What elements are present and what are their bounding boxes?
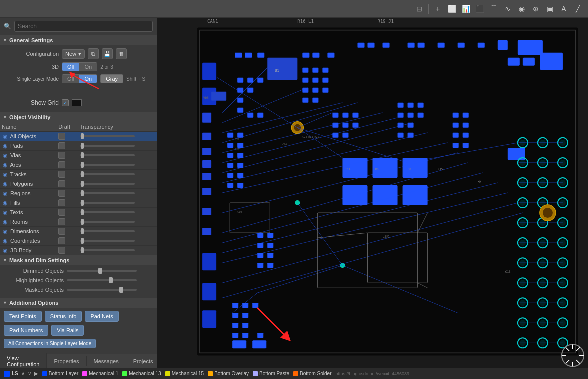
pad-icon[interactable]: ◉ xyxy=(516,3,528,15)
svg-rect-52 xyxy=(312,78,318,83)
draft-checkbox-11[interactable] xyxy=(58,238,66,244)
draft-checkbox-2[interactable] xyxy=(58,152,66,159)
transparency-slider-5[interactable] xyxy=(80,180,135,188)
pad-nets-btn[interactable]: Pad Nets xyxy=(85,311,118,322)
eye-icon[interactable]: ◉ xyxy=(2,180,9,188)
tab-view-configuration[interactable]: View Configuration xyxy=(0,354,47,368)
transparency-slider-12[interactable] xyxy=(80,247,135,254)
eye-icon[interactable]: ◉ xyxy=(2,238,9,244)
all-connections-btn[interactable]: All Connections in Single Layer Mode xyxy=(4,339,96,348)
eye-icon[interactable]: ◉ xyxy=(2,190,9,197)
eye-icon[interactable]: ◉ xyxy=(2,162,9,168)
dimmed-slider[interactable] xyxy=(67,268,137,274)
eye-icon[interactable]: ◉ xyxy=(2,142,9,150)
pcb-tool-icon[interactable]: ⬛ xyxy=(474,3,486,15)
via-icon[interactable]: ⊕ xyxy=(530,3,542,15)
object-visibility-header[interactable]: ▼ Object Visibility xyxy=(0,112,157,122)
draft-checkbox-5[interactable] xyxy=(58,180,66,188)
transparency-slider-7[interactable] xyxy=(80,200,135,206)
grid-color-swatch[interactable] xyxy=(72,100,82,106)
transparency-slider-1[interactable] xyxy=(80,142,135,150)
masked-objects-row: Masked Objects xyxy=(4,286,153,294)
filter-icon[interactable]: ⊟ xyxy=(414,3,426,15)
text-icon[interactable]: A xyxy=(558,3,570,15)
line-icon[interactable]: ╱ xyxy=(572,3,584,15)
additional-options-header[interactable]: ▼ Additional Options xyxy=(0,298,157,308)
draft-checkbox-1[interactable] xyxy=(58,142,66,150)
transparency-slider-8[interactable] xyxy=(80,209,135,216)
svg-rect-126 xyxy=(463,143,469,148)
layer-next-btn[interactable]: ∨ xyxy=(27,371,32,376)
eye-icon[interactable]: ◉ xyxy=(2,133,9,140)
config-copy-btn[interactable]: ⧉ xyxy=(88,48,99,60)
transparency-slider-6[interactable] xyxy=(80,190,135,197)
status-info-btn[interactable]: Status Info xyxy=(45,311,82,322)
area-icon[interactable]: ▣ xyxy=(544,3,556,15)
svg-rect-11 xyxy=(202,160,212,168)
search-input[interactable] xyxy=(14,21,153,32)
svg-rect-85 xyxy=(398,113,404,118)
svg-text:C8: C8 xyxy=(408,168,412,171)
svg-rect-57 xyxy=(312,98,318,103)
eye-icon[interactable]: ◉ xyxy=(2,218,9,226)
tab-messages[interactable]: Messages xyxy=(87,356,126,366)
eye-icon[interactable]: ◉ xyxy=(2,152,9,159)
transparency-slider-11[interactable] xyxy=(80,238,135,244)
general-settings-header[interactable]: ▼ General Settings xyxy=(0,36,157,46)
transparency-slider-3[interactable] xyxy=(80,162,135,168)
svg-rect-95 xyxy=(342,186,368,206)
draft-checkbox-7[interactable] xyxy=(58,200,66,206)
3d-off-btn[interactable]: Off xyxy=(62,63,80,71)
draft-checkbox-9[interactable] xyxy=(58,218,66,226)
transparency-slider-4[interactable] xyxy=(80,171,135,178)
config-save-btn[interactable]: 💾 xyxy=(102,48,113,60)
3d-on-btn[interactable]: On xyxy=(80,63,97,71)
eye-icon[interactable]: ◉ xyxy=(2,247,9,254)
object-visibility-arrow: ▼ xyxy=(3,115,8,120)
chart-icon[interactable]: 📊 xyxy=(460,3,472,15)
draft-checkbox-12[interactable] xyxy=(58,247,66,254)
draft-checkbox-3[interactable] xyxy=(58,162,66,168)
svg-rect-27 xyxy=(312,53,320,58)
plus-icon[interactable]: + xyxy=(432,3,444,15)
row-name: Tracks xyxy=(10,172,27,178)
draft-checkbox-4[interactable] xyxy=(58,171,66,178)
transparency-slider-2[interactable] xyxy=(80,152,135,159)
draft-checkbox-8[interactable] xyxy=(58,209,66,216)
eye-icon[interactable]: ◉ xyxy=(2,209,9,216)
arc-route-icon[interactable]: ∿ xyxy=(502,3,514,15)
svg-text:C26: C26 xyxy=(282,143,287,146)
svg-rect-49 xyxy=(312,68,318,73)
draft-checkbox-0[interactable] xyxy=(58,133,66,140)
transparency-slider-10[interactable] xyxy=(80,228,135,235)
eye-icon[interactable]: ◉ xyxy=(2,171,9,178)
eye-icon[interactable]: ◉ xyxy=(2,228,9,235)
rect-select-icon[interactable]: ⬜ xyxy=(446,3,458,15)
col-name: Name xyxy=(0,122,56,132)
transparency-slider-0[interactable] xyxy=(80,133,135,140)
route-icon[interactable]: ⌒ xyxy=(488,3,500,15)
config-delete-btn[interactable]: 🗑 xyxy=(116,48,127,60)
row-eye-name: ◉ Tracks xyxy=(0,170,56,180)
tab-properties[interactable]: Properties xyxy=(47,356,86,366)
highlighted-slider[interactable] xyxy=(67,277,137,284)
svg-rect-68 xyxy=(228,163,234,168)
canvas-area[interactable]: CAN1 R16 L1 R19 J1 VD5 xyxy=(158,18,588,368)
draft-checkbox-10[interactable] xyxy=(58,228,66,235)
test-points-btn[interactable]: Test Points xyxy=(4,311,42,322)
pad-numbers-btn[interactable]: Pad Numbers xyxy=(4,325,48,336)
masked-slider[interactable] xyxy=(67,286,137,294)
layer-nav[interactable]: ∧ ∨ xyxy=(20,371,32,376)
layer-prev-btn[interactable]: ∧ xyxy=(20,371,26,376)
config-select[interactable]: New ▾ xyxy=(62,50,85,59)
mask-dim-header[interactable]: ▼ Mask and Dim Settings xyxy=(0,256,157,266)
svg-rect-36 xyxy=(478,43,485,48)
svg-rect-55 xyxy=(312,88,318,93)
layer-color-dot xyxy=(4,371,10,377)
tab-projects[interactable]: Projects xyxy=(126,356,158,366)
via-rails-btn[interactable]: Via Rails xyxy=(52,325,84,336)
show-grid-checkbox[interactable]: ✓ xyxy=(62,100,69,106)
draft-checkbox-6[interactable] xyxy=(58,190,66,197)
transparency-slider-9[interactable] xyxy=(80,218,135,226)
eye-icon[interactable]: ◉ xyxy=(2,200,9,206)
